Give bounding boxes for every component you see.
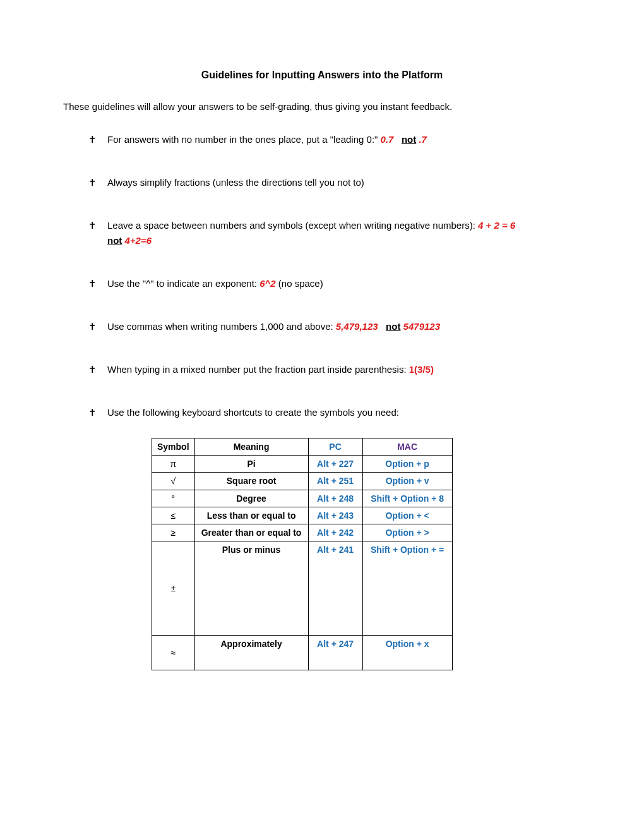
example-bad: .7 [419, 134, 427, 145]
table-row: ≥ Greater than or equal to Alt + 242 Opt… [152, 524, 453, 541]
symbol-cell: ≤ [152, 507, 195, 524]
bullet-simplify-fractions: Always simplify fractions (unless the di… [88, 175, 581, 190]
example-code: 6^2 [259, 278, 275, 289]
pc-cell: Alt + 251 [308, 473, 362, 490]
symbol-cell: √ [152, 473, 195, 490]
symbol-cell: ° [152, 490, 195, 507]
mac-cell: Option + v [362, 473, 452, 490]
symbol-cell: ≥ [152, 524, 195, 541]
bullet-text-b: (no space) [278, 278, 323, 289]
mac-cell: Shift + Option + = [362, 541, 452, 636]
table-header-row: Symbol Meaning PC MAC [152, 438, 453, 456]
example-good: 4 + 2 = 6 [478, 220, 515, 231]
pc-cell: Alt + 248 [308, 490, 362, 507]
table-row: √ Square root Alt + 251 Option + v [152, 473, 453, 490]
example-good: 5,479,123 [336, 321, 378, 332]
table-row: ± Plus or minus Alt + 241 Shift + Option… [152, 541, 453, 636]
meaning-cell: Square root [194, 473, 308, 490]
header-pc: PC [308, 438, 362, 456]
pc-cell: Alt + 227 [308, 456, 362, 473]
example-bad: 5479123 [403, 321, 440, 332]
pc-cell: Alt + 243 [308, 507, 362, 524]
shortcut-table: Symbol Meaning PC MAC π Pi Alt + 227 Opt… [152, 438, 453, 670]
word-not: not [402, 134, 416, 145]
pc-cell: Alt + 241 [308, 541, 362, 636]
example-bad: 4+2=6 [125, 235, 152, 246]
pc-cell: Alt + 247 [308, 636, 362, 670]
bullet-text: Use commas when writing numbers 1,000 an… [107, 321, 336, 332]
bullet-commas: Use commas when writing numbers 1,000 an… [88, 319, 581, 334]
intro-text: These guidelines will allow your answers… [63, 100, 581, 113]
example-good: 0.7 [381, 134, 394, 145]
mac-cell: Shift + Option + 8 [362, 490, 452, 507]
header-mac: MAC [362, 438, 452, 456]
symbol-cell: ≈ [152, 636, 195, 670]
table-row: ≤ Less than or equal to Alt + 243 Option… [152, 507, 453, 524]
word-not: not [107, 235, 122, 246]
bullet-text-a: Use the "^" to indicate an exponent: [107, 278, 259, 289]
meaning-cell: Pi [194, 456, 308, 473]
meaning-cell: Degree [194, 490, 308, 507]
guideline-list: For answers with no number in the ones p… [88, 132, 581, 420]
table-row: π Pi Alt + 227 Option + p [152, 456, 453, 473]
table-row: ° Degree Alt + 248 Shift + Option + 8 [152, 490, 453, 507]
word-not: not [386, 321, 400, 332]
mac-cell: Option + x [362, 636, 452, 670]
bullet-exponent: Use the "^" to indicate an exponent: 6^2… [88, 276, 581, 291]
table-row: ≈ Approximately Alt + 247 Option + x [152, 636, 453, 670]
meaning-cell: Less than or equal to [194, 507, 308, 524]
meaning-cell: Plus or minus [194, 541, 308, 636]
bullet-spaces: Leave a space between numbers and symbol… [88, 218, 581, 248]
example-code: 1(3/5) [409, 364, 434, 375]
bullet-leading-zero: For answers with no number in the ones p… [88, 132, 581, 147]
bullet-text: Leave a space between numbers and symbol… [107, 220, 478, 231]
header-symbol: Symbol [152, 438, 195, 456]
document-page: Guidelines for Inputting Answers into th… [0, 0, 644, 834]
mac-cell: Option + > [362, 524, 452, 541]
pc-cell: Alt + 242 [308, 524, 362, 541]
page-title: Guidelines for Inputting Answers into th… [63, 70, 581, 81]
bullet-text: When typing in a mixed number put the fr… [107, 364, 409, 375]
symbol-cell: ± [152, 541, 195, 636]
meaning-cell: Greater than or equal to [194, 524, 308, 541]
meaning-cell: Approximately [194, 636, 308, 670]
bullet-text: For answers with no number in the ones p… [107, 134, 381, 145]
mac-cell: Option + p [362, 456, 452, 473]
bullet-mixed-number: When typing in a mixed number put the fr… [88, 362, 581, 377]
bullet-shortcuts: Use the following keyboard shortcuts to … [88, 405, 581, 420]
header-meaning: Meaning [194, 438, 308, 456]
mac-cell: Option + < [362, 507, 452, 524]
symbol-cell: π [152, 456, 195, 473]
